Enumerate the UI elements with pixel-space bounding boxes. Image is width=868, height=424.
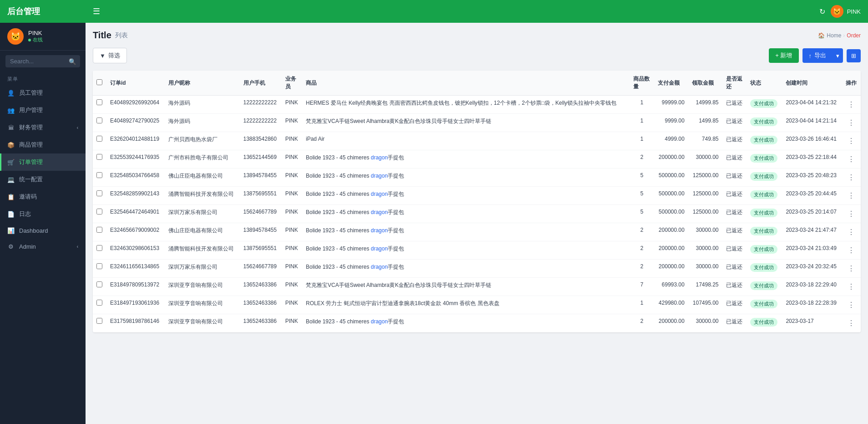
row-qty: 5 <box>630 187 654 205</box>
row-action: ⋮ <box>842 132 861 150</box>
row-user-name: 深圳亚亨音响有限公司 <box>165 278 240 296</box>
staff-icon: 👤 <box>7 90 15 97</box>
finance-arrow-icon: ‹ <box>77 125 78 130</box>
row-created: 2023-03-24 21:47:47 <box>782 223 842 241</box>
sidebar-item-dashboard[interactable]: 📊 Dashboard <box>0 223 86 239</box>
sidebar-item-log[interactable]: 📄 日志 <box>0 205 86 223</box>
sidebar-item-config[interactable]: 💻 统一配置 <box>0 171 86 188</box>
row-checkbox[interactable] <box>96 318 102 324</box>
nav-menu: 👤 员工管理 👥 用户管理 🏛 财务管理 ‹ 📦 商品管理 🛒 订单管理 <box>0 84 86 255</box>
row-sales: PINK <box>282 150 302 169</box>
th-sales: 业务 员 <box>282 71 302 96</box>
row-checkbox[interactable] <box>96 245 102 251</box>
row-action-button[interactable]: ⋮ <box>846 117 857 128</box>
row-status: 支付成功 <box>747 278 782 296</box>
sidebar-item-invite[interactable]: 📋 邀请码 <box>0 188 86 205</box>
table-row: E324630298606153 涌腾智能科技开发有限公司 1387569555… <box>93 241 861 260</box>
row-action-button[interactable]: ⋮ <box>846 99 857 110</box>
row-created: 2023-03-25 20:48:23 <box>782 169 842 187</box>
row-checkbox[interactable] <box>96 227 102 233</box>
sidebar-item-product[interactable]: 📦 商品管理 <box>0 136 86 153</box>
row-order-id: E404892926992064 <box>106 96 165 114</box>
admin-arrow-icon: ‹ <box>77 244 78 249</box>
row-user-name: 深圳亚亨音响有限公司 <box>165 314 240 332</box>
row-action-button[interactable]: ⋮ <box>846 263 857 274</box>
row-pickup: 107495.00 <box>688 296 722 314</box>
row-returned: 已返还 <box>722 314 747 332</box>
row-returned: 已返还 <box>722 260 747 278</box>
row-action-button[interactable]: ⋮ <box>846 154 857 164</box>
row-checkbox[interactable] <box>96 99 102 105</box>
row-checkbox-cell <box>93 150 106 169</box>
topbar: ☰ ↻ 🐱 PINK <box>86 0 868 23</box>
row-sales: PINK <box>282 205 302 223</box>
row-checkbox[interactable] <box>96 263 102 269</box>
row-qty: 2 <box>630 223 654 241</box>
row-checkbox[interactable] <box>96 117 102 123</box>
export-dropdown-button[interactable]: ▾ <box>833 48 843 63</box>
row-checkbox[interactable] <box>96 136 102 142</box>
row-sales: PINK <box>282 260 302 278</box>
row-checkbox-cell <box>93 296 106 314</box>
user-info: PINK 在线 <box>28 30 43 43</box>
row-checkbox-cell <box>93 96 106 114</box>
row-product: 梵克雅宝VCA手链Sweet Alhambra黄K金配白色珍珠贝母手链女士四叶草… <box>302 278 630 296</box>
row-action-button[interactable]: ⋮ <box>846 209 857 219</box>
export-label: 导出 <box>814 51 826 60</box>
row-action: ⋮ <box>842 169 861 187</box>
row-action-button[interactable]: ⋮ <box>846 136 857 146</box>
sidebar-item-user[interactable]: 👥 用户管理 <box>0 102 86 119</box>
breadcrumb-home-link[interactable]: Home <box>827 32 841 39</box>
new-button[interactable]: + 新增 <box>769 48 798 63</box>
row-qty: 1 <box>630 132 654 150</box>
row-payment: 9999.00 <box>654 114 688 132</box>
row-payment: 429980.00 <box>654 296 688 314</box>
row-status: 支付成功 <box>747 223 782 241</box>
row-created: 2023-03-24 20:32:45 <box>782 260 842 278</box>
admin-icon: ⚙ <box>7 243 15 250</box>
row-qty: 1 <box>630 96 654 114</box>
sidebar-item-finance[interactable]: 🏛 财务管理 ‹ <box>0 119 86 136</box>
page-header: Title 列表 🏠 Home › Order <box>93 30 861 41</box>
row-checkbox[interactable] <box>96 172 102 178</box>
sidebar-search-container: 🔍 <box>0 51 86 72</box>
row-product: iPad Air <box>302 132 630 150</box>
row-checkbox[interactable] <box>96 281 102 287</box>
row-qty: 7 <box>630 278 654 296</box>
filter-label: 筛选 <box>108 51 120 60</box>
row-checkbox[interactable] <box>96 209 102 215</box>
row-phone: 13652144569 <box>240 150 282 169</box>
orders-table: 订单id 用户昵称 用户手机 业务 员 商品 <box>93 71 861 332</box>
row-status: 支付成功 <box>747 205 782 223</box>
row-sales: PINK <box>282 296 302 314</box>
row-user-name: 涌腾智能科技开发有限公司 <box>165 187 240 205</box>
row-action-button[interactable]: ⋮ <box>846 245 857 255</box>
row-sales: PINK <box>282 187 302 205</box>
row-action-button[interactable]: ⋮ <box>846 281 857 292</box>
menu-toggle-button[interactable]: ☰ <box>93 6 100 16</box>
row-checkbox[interactable] <box>96 190 102 196</box>
sidebar-item-order[interactable]: 🛒 订单管理 <box>0 153 86 171</box>
row-action-button[interactable]: ⋮ <box>846 172 857 183</box>
page-content: Title 列表 🏠 Home › Order ▼ 筛选 + 新增 <box>86 23 868 424</box>
refresh-icon[interactable]: ↻ <box>819 7 825 16</box>
row-action-button[interactable]: ⋮ <box>846 227 857 237</box>
row-action-button[interactable]: ⋮ <box>846 190 857 201</box>
th-action: 操作 <box>842 71 861 96</box>
row-action: ⋮ <box>842 187 861 205</box>
topbar-user[interactable]: 🐱 PINK <box>831 5 861 18</box>
select-all-checkbox[interactable] <box>96 79 102 85</box>
row-pickup: 749.85 <box>688 132 722 150</box>
filter-button[interactable]: ▼ 筛选 <box>93 48 127 63</box>
row-phone: 12222222222 <box>240 96 282 114</box>
search-icon[interactable]: 🔍 <box>69 58 76 65</box>
row-checkbox[interactable] <box>96 154 102 160</box>
row-action-button[interactable]: ⋮ <box>846 318 857 328</box>
row-checkbox[interactable] <box>96 300 102 306</box>
sidebar-item-admin[interactable]: ⚙ Admin ‹ <box>0 239 86 255</box>
export-button[interactable]: ↑ 导出 <box>802 48 833 63</box>
sidebar-item-staff[interactable]: 👤 员工管理 <box>0 84 86 102</box>
row-action-button[interactable]: ⋮ <box>846 300 857 310</box>
columns-button[interactable]: ⊞ <box>847 49 861 62</box>
sidebar-user: 🐱 PINK 在线 <box>0 23 86 51</box>
